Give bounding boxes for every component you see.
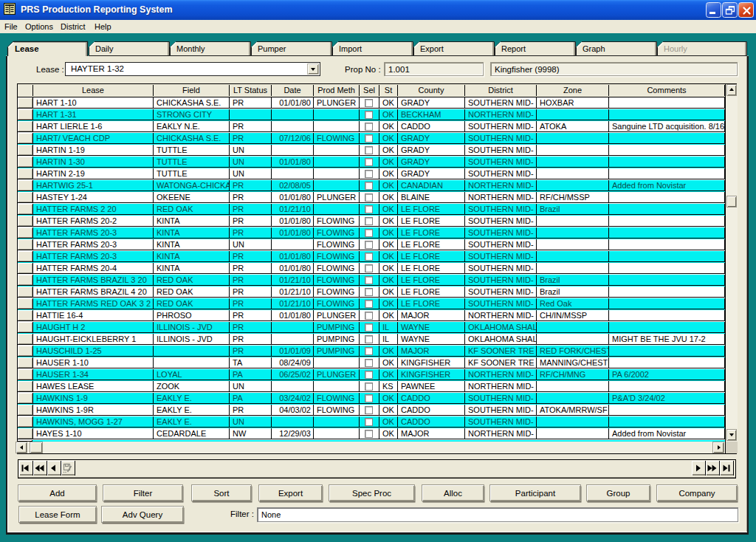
svg-text:Import: Import <box>339 44 362 53</box>
svg-text:Monthly: Monthly <box>176 44 205 53</box>
svg-text:Pumper: Pumper <box>258 44 286 53</box>
svg-text:Graph: Graph <box>583 44 605 53</box>
svg-text:Export: Export <box>420 44 444 53</box>
svg-text:Daily: Daily <box>95 44 114 53</box>
svg-text:Report: Report <box>501 44 526 53</box>
svg-text:Hourly: Hourly <box>664 44 687 53</box>
svg-text:Lease: Lease <box>15 44 39 53</box>
